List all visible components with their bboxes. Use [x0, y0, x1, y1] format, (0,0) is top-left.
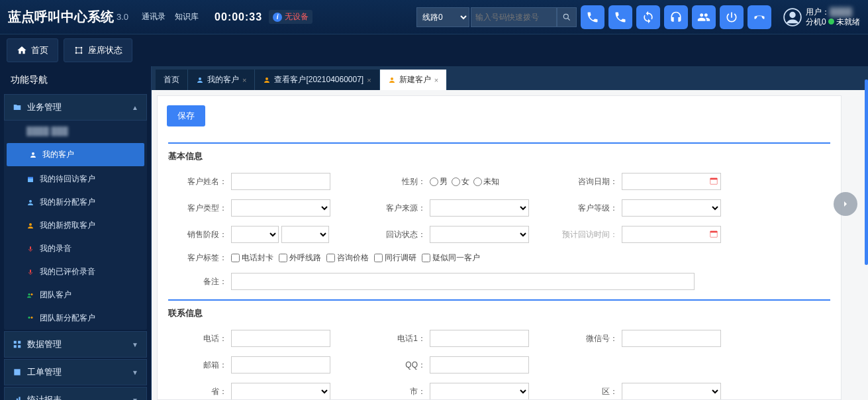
calendar-icon[interactable] [709, 176, 718, 185]
input-qq[interactable] [430, 356, 529, 374]
label-phone: 电话： [168, 333, 231, 344]
dial-button[interactable] [608, 5, 632, 29]
svg-point-16 [31, 293, 33, 295]
svg-point-5 [81, 47, 83, 49]
label-expected-visit: 预计回访时间： [559, 229, 622, 240]
chevron-right-icon [840, 199, 851, 209]
sidebar-item-rated-recording[interactable]: 我的已评价录音 [4, 260, 147, 283]
hangup-button[interactable] [747, 5, 771, 29]
svg-rect-22 [18, 345, 21, 348]
person-icon [196, 76, 204, 84]
chk-outbound-line[interactable] [279, 254, 287, 262]
label-customer-tags: 客户标签： [168, 252, 231, 264]
chk-peer-survey[interactable] [374, 254, 383, 262]
tags-checkbox-group: 电话封卡 外呼线路 咨询价格 同行调研 疑似同一客户 [231, 252, 480, 264]
folder-icon [13, 103, 22, 112]
menu-business[interactable]: 业务管理 ▲ [4, 94, 147, 121]
menu-ticket[interactable]: 工单管理▼ [4, 359, 147, 385]
label-gender: 性别： [367, 176, 430, 187]
input-wechat[interactable] [622, 330, 721, 347]
select-district[interactable] [622, 383, 721, 400]
svg-point-12 [29, 223, 32, 226]
power-button[interactable] [720, 5, 744, 29]
svg-point-7 [81, 52, 83, 54]
select-province[interactable] [231, 383, 330, 400]
select-city[interactable] [430, 383, 529, 400]
select-customer-type[interactable] [231, 199, 330, 217]
knowledge-link[interactable]: 知识库 [175, 11, 199, 23]
svg-rect-14 [30, 270, 31, 273]
sidebar-item-pending-visit[interactable]: 我的待回访客户 [4, 168, 147, 191]
section-basic: 基本信息 客户姓名： 性别： 男 女 未知 咨询日期： [168, 142, 830, 290]
select-sales-stage-2[interactable] [281, 226, 329, 243]
label-customer-type: 客户类型： [168, 203, 231, 214]
calendar-icon[interactable] [709, 229, 718, 238]
contacts-link[interactable]: 通讯录 [142, 11, 166, 23]
tab-my-customers[interactable]: 我的客户× [188, 70, 255, 90]
sidebar-item-new-assigned[interactable]: 我的新分配客户 [4, 191, 147, 214]
call-timer: 00:00:33 [215, 11, 262, 23]
tab-new-customer[interactable]: 新建客户× [380, 70, 447, 90]
tab-home[interactable]: 首页 [156, 70, 188, 90]
input-expected-visit[interactable] [622, 226, 721, 243]
chk-suspect-same[interactable] [422, 254, 430, 262]
chk-consult-price[interactable] [326, 254, 335, 262]
select-sales-stage-1[interactable] [231, 226, 279, 243]
select-visit-status[interactable] [430, 226, 529, 243]
sidebar-item-my-customers[interactable]: 我的客户 [7, 143, 144, 166]
svg-rect-19 [14, 341, 17, 344]
menu-report[interactable]: 统计报表▼ [4, 387, 147, 400]
tab-view-customer[interactable]: 查看客户[202104060007]× [255, 70, 379, 90]
avatar-icon [783, 8, 802, 26]
svg-line-1 [568, 18, 570, 20]
person-icon [29, 151, 37, 159]
select-customer-level[interactable] [622, 199, 721, 217]
label-province: 省： [168, 386, 231, 397]
sidebar-item-team-new-assigned[interactable]: 团队新分配客户 [4, 307, 147, 330]
section-contact-title: 联系信息 [168, 307, 830, 319]
user-info[interactable]: 用户：████ 分机0 未就绪 [783, 7, 860, 26]
headset-button[interactable] [664, 5, 688, 29]
nav-home[interactable]: 首页 [7, 38, 58, 62]
radio-male[interactable] [430, 177, 438, 186]
main-area: 首页 我的客户× 查看客户[202104060007]× 新建客户× 保存 基本… [151, 66, 868, 400]
users-button[interactable] [692, 5, 716, 29]
search-icon[interactable] [557, 7, 577, 27]
sidebar-item-hidden[interactable]: ████ ███ [4, 121, 147, 142]
radio-unknown[interactable] [473, 177, 482, 186]
input-phone[interactable] [231, 330, 330, 347]
input-email[interactable] [231, 356, 330, 374]
line-select[interactable]: 线路0 [416, 7, 469, 27]
label-consult-date: 咨询日期： [559, 176, 622, 187]
sidebar-item-new-obtained[interactable]: 我的新捞取客户 [4, 214, 147, 237]
input-customer-name[interactable] [231, 173, 330, 190]
chevron-down-icon: ▼ [132, 341, 138, 348]
input-remark[interactable] [231, 273, 695, 290]
input-phone1[interactable] [430, 330, 529, 347]
close-icon[interactable]: × [434, 76, 438, 84]
next-page-arrow[interactable] [834, 192, 857, 216]
quick-dial-input[interactable] [471, 7, 557, 27]
call-button[interactable] [581, 5, 604, 29]
chk-phone-block[interactable] [231, 254, 240, 262]
menu-data-mgmt[interactable]: 数据管理▼ [4, 331, 147, 358]
radio-female[interactable] [452, 177, 460, 186]
scrollbar-thumb[interactable] [865, 79, 868, 265]
refresh-button[interactable] [636, 5, 660, 29]
svg-rect-13 [30, 246, 31, 250]
chevron-down-icon: ▼ [132, 397, 138, 401]
device-status-text: 无设备 [285, 11, 309, 23]
save-button[interactable]: 保存 [167, 105, 205, 126]
label-district: 区： [559, 386, 622, 397]
svg-point-11 [29, 200, 32, 203]
close-icon[interactable]: × [242, 76, 246, 84]
nav-agent-status[interactable]: 座席状态 [64, 38, 132, 62]
sidebar-item-team-customers[interactable]: 团队客户 [4, 283, 147, 307]
select-customer-source[interactable] [430, 199, 529, 217]
person-orange-icon [26, 222, 34, 230]
svg-point-28 [391, 77, 393, 80]
close-icon[interactable]: × [367, 76, 371, 84]
svg-point-27 [265, 77, 268, 80]
sidebar-item-my-recording[interactable]: 我的录音 [4, 237, 147, 260]
input-consult-date[interactable] [622, 173, 721, 190]
